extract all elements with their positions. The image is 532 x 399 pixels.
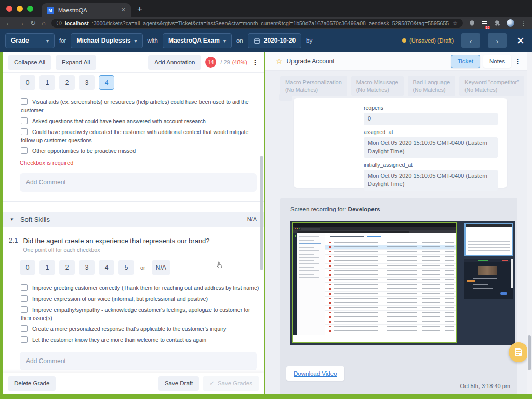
q1-checkbox-list: Visual aids (ex. screenshots) or resourc… — [21, 98, 262, 155]
extensions-puzzle-icon[interactable] — [494, 20, 501, 26]
save-draft-button[interactable]: Save Draft — [158, 376, 199, 391]
tab-notes[interactable]: Notes — [483, 55, 511, 68]
score-button-4-selected[interactable]: 4 — [99, 75, 114, 90]
add-annotation-button[interactable]: Add Annotation — [148, 55, 201, 70]
grade-type-label: Grade — [11, 37, 29, 44]
checkbox-label: Asked questions that could have been ans… — [32, 118, 206, 124]
tab-title: MaestroQA — [58, 7, 117, 14]
bookmark-star-icon[interactable]: ☆ — [452, 20, 458, 27]
new-tab-button[interactable]: + — [137, 4, 142, 15]
collapse-all-button[interactable]: Collapse All — [8, 55, 51, 70]
section-soft-skills[interactable]: ▼ Soft Skills N/A — [3, 212, 264, 227]
checkbox[interactable] — [21, 117, 28, 124]
shield-extension-icon[interactable] — [469, 20, 475, 26]
profile-avatar[interactable] — [507, 19, 514, 27]
score-button-3[interactable]: 3 — [79, 260, 95, 275]
field-value: Mon Oct 05 2020 15:10:05 GMT-0400 (Easte… — [364, 137, 498, 158]
recording-tabbar — [293, 227, 456, 230]
checkbox[interactable] — [21, 147, 28, 154]
address-bar[interactable]: ⓘ localhost :3000/tickets?ca=all_agents&… — [51, 19, 463, 28]
recording-ticket-table — [325, 233, 456, 335]
checkbox[interactable] — [21, 98, 28, 105]
red-extension-icon[interactable]: 10 — [481, 20, 488, 27]
recording-timestamp: Oct 5th, 3:18:40 pm — [460, 383, 510, 389]
tab-close-icon[interactable]: ✕ — [121, 7, 126, 14]
minimize-window-button[interactable] — [17, 6, 23, 12]
maximize-window-button[interactable] — [27, 6, 33, 12]
grade-type-select[interactable]: Grade ▾ — [5, 33, 55, 48]
delete-grade-button[interactable]: Delete Grade — [8, 376, 56, 391]
recording-app-rail — [293, 233, 297, 335]
score-button-4[interactable]: 4 — [99, 260, 114, 275]
rubric-footer: Delete Grade Save Draft ✓ Save Grades — [3, 373, 264, 394]
site-info-icon[interactable]: ⓘ — [57, 20, 62, 27]
agent-select[interactable]: Michael Duplessis ▾ — [71, 33, 142, 48]
checkbox-option[interactable]: Other opportunities to be proactive miss… — [21, 147, 262, 155]
left-panel-scrollbar[interactable] — [260, 156, 263, 270]
checkbox[interactable] — [21, 336, 28, 343]
rubric-panel: Collapse All Expand All Add Annotation 1… — [3, 52, 264, 394]
checkbox-option[interactable]: Improve empathy/sympathy - acknowledge c… — [21, 306, 262, 323]
rubric-scroll-area[interactable]: 0 1 2 3 4 Visual aids (ex. screenshots) … — [3, 73, 264, 373]
q2-1-comment-input[interactable]: Add Comment — [20, 352, 257, 370]
checkbox[interactable] — [21, 284, 28, 291]
browser-menu-icon[interactable]: ⋮ — [520, 20, 527, 26]
score-button-5[interactable]: 5 — [118, 260, 134, 275]
recording-video-frame[interactable] — [290, 221, 515, 345]
q1-comment-input[interactable]: Add Comment — [20, 173, 257, 192]
rubric-select[interactable]: MaestroQA Exam ▾ — [163, 33, 232, 48]
score-button-2[interactable]: 2 — [59, 75, 75, 90]
checkbox-option[interactable]: Create a more personalized response that… — [21, 325, 262, 334]
checkbox-label: Visual aids (ex. screenshots) or resourc… — [21, 99, 249, 113]
score-button-na[interactable]: N/A — [152, 260, 170, 275]
score-button-3[interactable]: 3 — [79, 75, 95, 90]
checkbox-label: Improve expression of our voice (informa… — [32, 296, 208, 302]
right-panel-scrollbar-thumb[interactable] — [528, 335, 531, 370]
rubric-menu-icon[interactable]: ⋮ — [251, 58, 259, 66]
window-controls[interactable] — [6, 6, 33, 12]
expand-all-button[interactable]: Expand All — [56, 55, 96, 70]
ticket-menu-icon[interactable]: ⋮ — [514, 57, 522, 65]
field-value: 0 — [364, 113, 498, 125]
save-grades-button[interactable]: ✓ Save Grades — [203, 376, 259, 391]
screen-recording-card: Screen recording for: Developers — [280, 198, 517, 394]
checkbox[interactable] — [21, 325, 28, 332]
recording-window-thumbnail — [464, 223, 513, 256]
tab-ticket[interactable]: Ticket — [451, 55, 480, 68]
download-video-button[interactable]: Download Video — [286, 366, 344, 381]
back-icon[interactable]: ← — [5, 20, 12, 26]
close-window-button[interactable] — [6, 6, 12, 12]
date-picker[interactable]: 2020-10-20 — [248, 33, 301, 48]
notes-fab-button[interactable] — [509, 342, 528, 362]
score-button-1[interactable]: 1 — [39, 260, 55, 275]
browser-chrome: M MaestroQA ✕ + ← → ↻ ⌂ ⓘ localhost :300… — [0, 0, 532, 29]
previous-ticket-button[interactable]: ‹ — [461, 33, 480, 48]
checkbox[interactable] — [21, 306, 28, 313]
checkbox-option[interactable]: Visual aids (ex. screenshots) or resourc… — [21, 98, 262, 115]
checkbox-option[interactable]: Could have proactively educated the cust… — [21, 128, 262, 145]
browser-tab[interactable]: M MaestroQA ✕ — [42, 3, 131, 17]
score-button-0[interactable]: 0 — [20, 260, 35, 275]
score-button-2[interactable]: 2 — [59, 260, 75, 275]
ticket-fields-card[interactable]: reopens 0 assigned_at Mon Oct 05 2020 15… — [294, 98, 507, 188]
screen: M MaestroQA ✕ + ← → ↻ ⌂ ⓘ localhost :300… — [0, 0, 532, 399]
checkbox-option[interactable]: Asked questions that could have been ans… — [21, 117, 262, 126]
score-button-1[interactable]: 1 — [39, 75, 55, 90]
reload-icon[interactable]: ↻ — [30, 20, 36, 26]
checkbox[interactable] — [21, 128, 28, 135]
checkbox-option[interactable]: Improve greeting customer correctly (Tha… — [21, 284, 262, 292]
checkbox-option[interactable]: Improve expression of our voice (informa… — [21, 295, 262, 303]
forward-icon[interactable]: → — [18, 20, 24, 26]
score-button-0[interactable]: 0 — [20, 75, 35, 90]
checkbox-label: Improve empathy/sympathy - acknowledge c… — [21, 307, 250, 321]
date-value: 2020-10-20 — [264, 37, 296, 44]
next-ticket-button[interactable]: › — [488, 33, 507, 48]
right-panel-scrollbar-track[interactable] — [527, 52, 532, 394]
caret-down-icon[interactable]: ▼ — [10, 217, 14, 222]
checkbox[interactable] — [21, 295, 28, 302]
home-icon[interactable]: ⌂ — [42, 20, 46, 26]
close-grading-icon[interactable]: ✕ — [516, 35, 525, 47]
checkbox-option[interactable]: Let the customer know they are more than… — [21, 336, 262, 344]
score-total: / 29 — [220, 59, 230, 65]
partial-chip — [279, 94, 292, 101]
